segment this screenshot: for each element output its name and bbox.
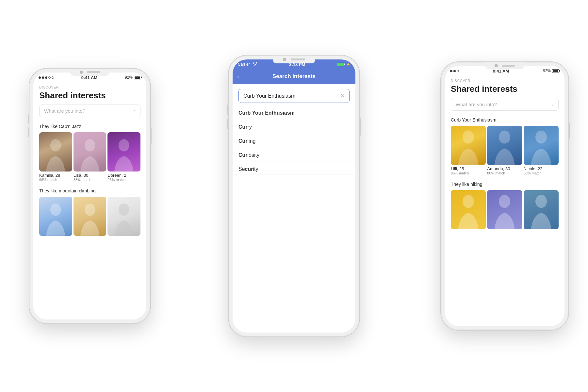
profile-kamilla[interactable]: Kamilla, 28 96% match — [39, 132, 72, 182]
search-input-container[interactable]: Curb Your Enthusiasm ✕ — [238, 89, 350, 103]
person-silhouette-kamilla — [44, 137, 67, 172]
result-bold-curb: Curb Your Enthusiasm — [238, 110, 295, 116]
profile-h3[interactable] — [524, 190, 559, 229]
volume-down-btn — [28, 127, 29, 137]
profile-lilli[interactable]: Lilli, 25 96% match — [451, 126, 486, 176]
signal-dot4 — [48, 76, 51, 79]
search-arrow-left: › — [134, 108, 136, 114]
result-prefix-security: Se — [238, 166, 245, 172]
svg-point-8 — [535, 131, 547, 144]
right-screen-content: DISCOVER Shared interests What are you i… — [445, 75, 564, 231]
clear-button[interactable]: ✕ — [340, 93, 345, 99]
profile-h2[interactable] — [487, 190, 522, 229]
battery-center — [337, 63, 344, 66]
section-hiking: They like hiking — [445, 180, 564, 190]
photo-lisa — [74, 132, 106, 172]
profile-lisa[interactable]: Lisa, 30 88% match — [74, 132, 106, 182]
result-curling[interactable]: Curling — [233, 132, 355, 146]
svg-point-0 — [50, 139, 61, 152]
battery-charge-icon: ⚡ — [346, 63, 350, 66]
search-results: Curb Your Enthusiasm Curry Curling — [233, 104, 355, 174]
result-text-curling: Curling — [238, 138, 350, 144]
photo-amanda — [487, 126, 522, 165]
battery-tip-left — [141, 77, 142, 78]
search-placeholder-left: What are you into? — [44, 108, 134, 114]
signal-right — [450, 70, 459, 72]
profile-mc3[interactable] — [107, 197, 140, 236]
profiles-hiking — [445, 190, 564, 231]
profiles-mountain — [33, 197, 146, 237]
person-nicole — [529, 128, 553, 165]
battery-pct-left: 92% — [125, 75, 133, 80]
match-lisa: 88% match — [74, 178, 106, 182]
signal-dot1 — [39, 76, 41, 79]
profile-doreen[interactable]: Doreen, 2 96% match — [107, 132, 140, 182]
result-rest-curling: ling — [248, 138, 256, 144]
search-bar-left[interactable]: What are you into? › — [39, 105, 140, 117]
profile-nicole[interactable]: Nicole, 22 80% match — [524, 126, 559, 176]
speaker-center — [291, 58, 305, 60]
camera-dot — [80, 71, 83, 74]
discover-title-right: Shared interests — [445, 83, 564, 98]
svg-point-5 — [119, 204, 129, 216]
photo-kamilla — [39, 132, 72, 172]
carrier-text: Carrier — [238, 62, 250, 67]
left-screen-content: DISCOVER Shared interests What are you i… — [33, 82, 146, 237]
result-text-curry: Curry — [238, 124, 350, 130]
name-lilli: Lilli, 25 — [451, 166, 486, 171]
signal-left — [39, 76, 54, 79]
power-center — [359, 118, 361, 136]
profile-amanda[interactable]: Amanda, 30 88% match — [487, 126, 522, 176]
profile-h1[interactable] — [451, 190, 486, 229]
search-placeholder-right: What are you into? — [456, 102, 552, 107]
battery-area-left: 92% — [125, 75, 141, 80]
photo-h2 — [487, 190, 522, 229]
result-security[interactable]: Security — [233, 160, 355, 174]
battery-icon-left — [134, 76, 141, 79]
speaker-bar — [87, 71, 100, 73]
name-nicole: Nicole, 22 — [524, 166, 559, 171]
person-silhouette-doreen — [112, 137, 135, 172]
svg-point-11 — [535, 195, 547, 208]
photo-lilli — [451, 126, 486, 165]
person-mc3 — [112, 201, 135, 236]
power-right — [568, 122, 570, 139]
search-interests-title: Search interests — [272, 73, 316, 80]
signal-r3 — [457, 70, 459, 72]
name-doreen: Doreen, 2 — [107, 173, 140, 178]
battery-fill-center — [338, 63, 344, 66]
photo-mc1 — [39, 197, 72, 236]
person-mc2 — [78, 201, 101, 236]
vol-up-center — [227, 105, 229, 115]
match-amanda: 88% match — [487, 171, 522, 175]
search-bar-right[interactable]: What are you into? › — [451, 98, 559, 111]
camera-right — [495, 64, 498, 67]
result-rest-curiosity: iosity — [248, 152, 259, 158]
match-nicole: 80% match — [524, 171, 559, 175]
person-h2 — [492, 192, 517, 229]
search-arrow-right: › — [552, 102, 554, 107]
power-btn — [150, 127, 152, 144]
match-lilli: 96% match — [451, 171, 486, 175]
wifi-icon — [252, 62, 257, 67]
speaker-right — [502, 65, 515, 67]
battery-area-center: ⚡ — [337, 63, 350, 66]
result-curb[interactable]: Curb Your Enthusiasm — [233, 104, 355, 118]
back-button[interactable]: ‹ — [237, 73, 239, 80]
photo-h1 — [451, 190, 486, 229]
profile-mc1[interactable] — [39, 197, 72, 236]
result-curry[interactable]: Curry — [233, 118, 355, 132]
person-mc1 — [44, 201, 67, 236]
profile-mc2[interactable] — [74, 197, 106, 236]
photo-mc2 — [74, 197, 106, 236]
section-mountain: They like mountain climbing — [33, 187, 146, 197]
photo-nicole — [524, 126, 559, 165]
right-phone-screen: 9:41 AM 92% DISCOVER Shared interests W — [445, 66, 564, 326]
result-text-curb: Curb Your Enthusiasm — [238, 110, 350, 116]
result-bold-curling: Cur — [238, 138, 248, 144]
profiles-curb-right: Lilli, 25 96% match Amanda, 30 — [445, 126, 564, 177]
result-curiosity[interactable]: Curiosity — [233, 146, 355, 160]
result-suffix-security: ity — [253, 166, 258, 172]
svg-point-7 — [499, 131, 510, 144]
search-input-value: Curb Your Enthusiasm — [243, 93, 340, 99]
